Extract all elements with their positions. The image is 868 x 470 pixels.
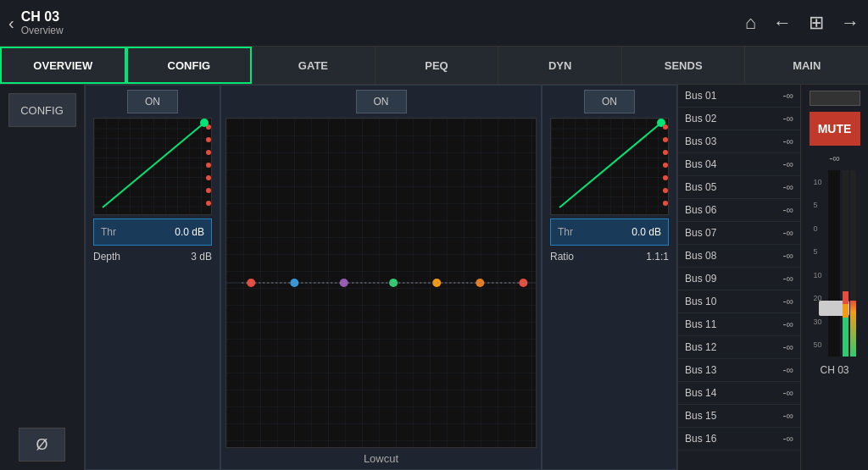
- top-bar: ‹ CH 03 Overview ⌂ ← ⊞ →: [0, 0, 868, 47]
- svg-point-29: [663, 201, 668, 206]
- bus-row[interactable]: Bus 16-∞: [678, 428, 800, 451]
- bus-row[interactable]: Bus 15-∞: [678, 405, 800, 428]
- fader-track[interactable]: [828, 170, 840, 357]
- bus-row[interactable]: Bus 03-∞: [678, 130, 800, 153]
- gate-grid-svg: [94, 119, 213, 216]
- comp-graph[interactable]: [550, 118, 669, 215]
- svg-point-26: [663, 163, 668, 168]
- tab-config[interactable]: CONFIG: [126, 47, 253, 84]
- eq-graph[interactable]: [225, 118, 537, 448]
- channel-name: CH 03: [21, 9, 64, 25]
- eq-section: ON: [220, 85, 542, 470]
- bus-row[interactable]: Bus 05-∞: [678, 176, 800, 199]
- svg-point-9: [200, 119, 209, 127]
- svg-point-3: [206, 137, 211, 142]
- left-sidebar: CONFIG Ø: [0, 85, 85, 470]
- bus-row[interactable]: Bus 12-∞: [678, 336, 800, 359]
- back-arrow-icon[interactable]: ‹: [8, 14, 14, 33]
- svg-rect-0: [94, 119, 213, 216]
- forward-button[interactable]: →: [841, 12, 860, 34]
- channel-info: CH 03 Overview: [21, 9, 64, 36]
- bus-row[interactable]: Bus 07-∞: [678, 222, 800, 245]
- comp-ratio-row: Ratio 1.1:1: [550, 249, 669, 264]
- config-button[interactable]: CONFIG: [8, 93, 76, 127]
- gate-depth-row: Depth 3 dB: [93, 249, 212, 264]
- phase-button[interactable]: Ø: [19, 428, 65, 462]
- meter-fill-right: [850, 301, 856, 357]
- bus-list: Bus 01-∞Bus 02-∞Bus 03-∞Bus 04-∞Bus 05-∞…: [677, 85, 800, 470]
- bus-row[interactable]: Bus 02-∞: [678, 108, 800, 130]
- eq-grid-svg: [226, 119, 536, 447]
- svg-point-8: [206, 201, 211, 206]
- inf-label: -∞: [829, 152, 840, 164]
- tab-dyn[interactable]: DYN: [498, 47, 622, 84]
- top-bar-left: ‹ CH 03 Overview: [8, 9, 745, 36]
- svg-point-23: [663, 124, 668, 130]
- bus-row[interactable]: Bus 13-∞: [678, 359, 800, 382]
- comp-thr-box[interactable]: Thr 0.0 dB: [550, 218, 669, 246]
- bus-row[interactable]: Bus 11-∞: [678, 313, 800, 336]
- bus-row[interactable]: Bus 01-∞: [678, 85, 800, 108]
- bus-row[interactable]: Bus 10-∞: [678, 290, 800, 313]
- mute-button[interactable]: MUTE: [810, 112, 860, 146]
- tab-gate[interactable]: GATE: [252, 47, 376, 84]
- tab-overview[interactable]: OVERVIEW: [0, 47, 126, 84]
- bus-row[interactable]: Bus 04-∞: [678, 153, 800, 176]
- comp-on-button[interactable]: ON: [584, 90, 635, 113]
- back-button[interactable]: ←: [773, 12, 792, 34]
- tab-peq[interactable]: PEQ: [376, 47, 499, 84]
- bus-row[interactable]: Bus 06-∞: [678, 199, 800, 222]
- bus-row[interactable]: Bus 09-∞: [678, 268, 800, 290]
- svg-point-28: [663, 188, 668, 193]
- svg-point-27: [663, 175, 668, 180]
- svg-point-6: [206, 175, 211, 180]
- gate-on-button[interactable]: ON: [127, 90, 178, 113]
- eq-lowcut-label: Lowcut: [364, 452, 398, 465]
- svg-point-24: [663, 137, 668, 142]
- fader-meter-area: 10 5 0 5 10 20 30 50: [814, 170, 856, 357]
- gate-thr-box[interactable]: Thr 0.0 dB: [93, 218, 212, 246]
- sections: ON: [85, 85, 677, 470]
- comp-section: ON: [542, 85, 677, 470]
- meter-fill-left: [843, 291, 849, 357]
- ch-label: CH 03: [820, 364, 849, 376]
- svg-point-7: [206, 188, 211, 193]
- top-bar-icons: ⌂ ← ⊞ →: [745, 12, 860, 34]
- bus-row[interactable]: Bus 14-∞: [678, 382, 800, 405]
- eq-on-button[interactable]: ON: [356, 90, 407, 113]
- tab-bar: OVERVIEW CONFIG GATE PEQ DYN SENDS MAIN: [0, 47, 868, 85]
- tab-sends[interactable]: SENDS: [622, 47, 746, 84]
- meter-bar-left: [843, 170, 849, 357]
- svg-point-25: [663, 150, 668, 155]
- channel-strip: MUTE -∞ 10 5 0 5 10 20 30 50: [800, 85, 868, 470]
- comp-grid-svg: [551, 119, 670, 216]
- main-content: CONFIG Ø ON: [0, 85, 868, 470]
- channel-strip-top-display: [810, 91, 860, 106]
- tab-main[interactable]: MAIN: [745, 47, 868, 84]
- meter-bar-right: [850, 170, 856, 357]
- channel-sub: Overview: [21, 25, 64, 36]
- svg-point-5: [206, 163, 211, 168]
- gate-graph[interactable]: [93, 118, 212, 215]
- bus-row[interactable]: Bus 08-∞: [678, 245, 800, 268]
- gate-section: ON: [85, 85, 220, 470]
- home-button[interactable]: ⌂: [745, 12, 756, 34]
- svg-point-4: [206, 150, 211, 155]
- fader-scale: 10 5 0 5 10 20 30 50: [814, 170, 826, 357]
- grid-button[interactable]: ⊞: [809, 12, 824, 34]
- svg-rect-20: [551, 119, 670, 216]
- meter-bars: [843, 170, 856, 357]
